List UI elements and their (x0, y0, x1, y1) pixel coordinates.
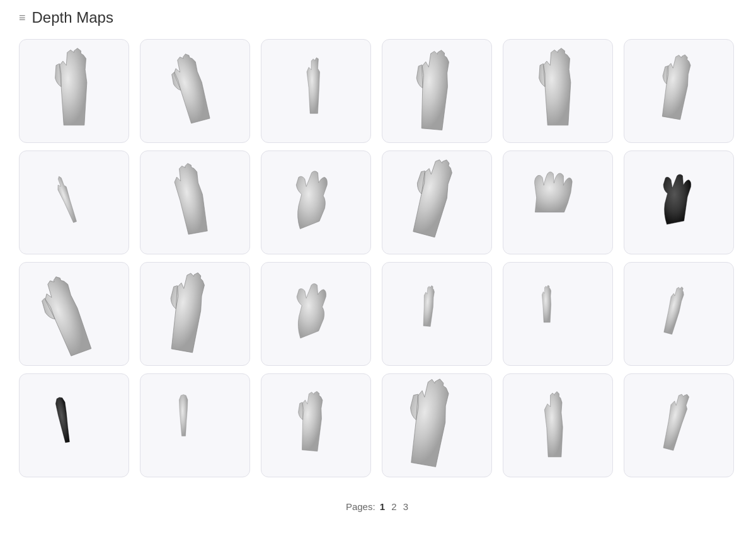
depth-map-cell[interactable] (624, 39, 734, 143)
depth-map-cell[interactable] (19, 151, 129, 254)
depth-map-cell[interactable] (503, 39, 613, 143)
depth-map-cell[interactable] (382, 262, 492, 366)
pagination: Pages: 1 2 3 (0, 490, 756, 531)
depth-map-cell[interactable] (19, 373, 129, 477)
depth-map-cell[interactable] (503, 262, 613, 366)
depth-map-cell[interactable] (382, 373, 492, 477)
depth-map-cell[interactable] (261, 373, 371, 477)
depth-map-cell[interactable] (140, 151, 250, 254)
depth-map-cell[interactable] (382, 151, 492, 254)
depth-map-cell[interactable] (261, 262, 371, 366)
menu-icon: ≡ (19, 11, 26, 25)
depth-map-cell[interactable] (624, 373, 734, 477)
depth-map-cell[interactable] (140, 39, 250, 143)
depth-map-cell[interactable] (19, 262, 129, 366)
page-header: ≡ Depth Maps (0, 0, 756, 33)
depth-map-cell[interactable] (140, 373, 250, 477)
depth-map-cell[interactable] (140, 262, 250, 366)
pages-label: Pages: (346, 501, 375, 512)
depth-map-cell[interactable] (382, 39, 492, 143)
page-link-3[interactable]: 3 (403, 501, 408, 512)
depth-map-cell[interactable] (624, 262, 734, 366)
depth-map-cell[interactable] (261, 151, 371, 254)
depth-map-cell[interactable] (624, 151, 734, 254)
page-title: Depth Maps (32, 9, 113, 26)
page-link-2[interactable]: 2 (391, 501, 396, 512)
depth-map-cell[interactable] (19, 39, 129, 143)
depth-maps-grid (0, 33, 756, 490)
page-link-1[interactable]: 1 (380, 501, 385, 512)
depth-map-cell[interactable] (261, 39, 371, 143)
depth-map-cell[interactable] (503, 373, 613, 477)
depth-map-cell[interactable] (503, 151, 613, 254)
